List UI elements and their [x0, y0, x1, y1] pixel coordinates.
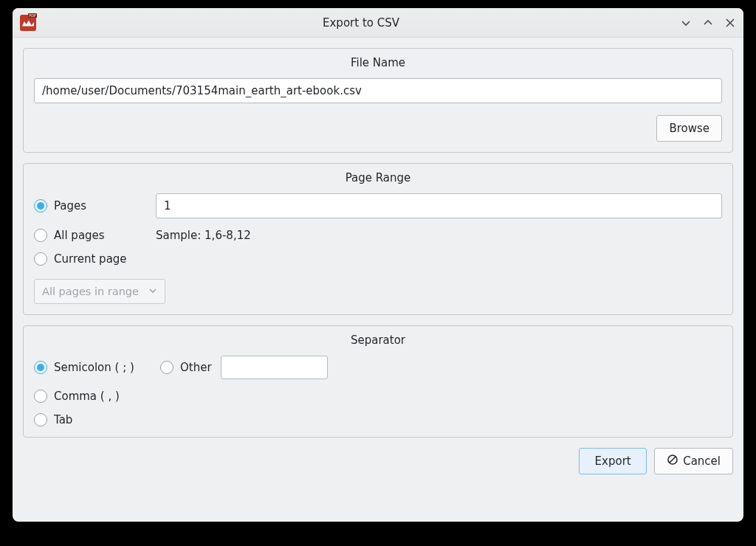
radio-dot-icon [34, 199, 47, 212]
app-icon: PDF [20, 15, 36, 31]
group-filename-legend: File Name [34, 49, 722, 78]
svg-line-3 [670, 457, 676, 463]
group-page-range: Page Range Pages All pages Sample: 1,6-8… [23, 163, 733, 315]
group-separator: Separator Semicolon ( ; ) Other Comma ( … [23, 325, 733, 438]
radio-dot-icon [160, 361, 173, 374]
radio-all-pages[interactable]: All pages [34, 229, 156, 242]
radio-other-label: Other [180, 361, 212, 374]
dialog-content: File Name Browse Page Range Pages All pa… [13, 38, 743, 522]
window-controls [680, 17, 736, 29]
export-button[interactable]: Export [579, 448, 647, 474]
radio-comma-label: Comma ( , ) [54, 390, 120, 403]
titlebar[interactable]: PDF Export to CSV [13, 8, 743, 38]
dialog-footer: Export Cancel [23, 448, 733, 474]
app-icon-badge: PDF [28, 13, 37, 18]
radio-dot-icon [34, 252, 47, 266]
group-page-range-legend: Page Range [34, 164, 722, 193]
radio-all-pages-label: All pages [54, 229, 105, 242]
other-separator-input[interactable] [221, 356, 328, 379]
radio-semicolon-label: Semicolon ( ; ) [54, 361, 134, 374]
window-title: Export to CSV [42, 16, 680, 30]
cancel-button[interactable]: Cancel [654, 448, 733, 474]
radio-other[interactable]: Other [160, 361, 212, 374]
chevron-down-icon [148, 286, 157, 297]
group-separator-legend: Separator [34, 326, 722, 356]
radio-dot-icon [34, 413, 47, 426]
radio-current-page[interactable]: Current page [34, 252, 156, 266]
cancel-button-label: Cancel [683, 455, 721, 468]
minimize-icon[interactable] [680, 17, 692, 29]
cancel-icon [667, 454, 678, 469]
radio-tab-label: Tab [54, 413, 72, 426]
close-icon[interactable] [724, 17, 736, 29]
pages-sample-hint: Sample: 1,6-8,12 [156, 229, 722, 242]
group-filename: File Name Browse [23, 48, 733, 153]
radio-dot-icon [34, 229, 47, 242]
radio-current-page-label: Current page [54, 252, 127, 266]
radio-pages[interactable]: Pages [34, 199, 156, 212]
radio-semicolon[interactable]: Semicolon ( ; ) [34, 361, 156, 374]
radio-comma[interactable]: Comma ( , ) [34, 390, 156, 403]
browse-button[interactable]: Browse [656, 115, 722, 142]
radio-tab[interactable]: Tab [34, 413, 156, 426]
maximize-icon[interactable] [702, 17, 714, 29]
radio-dot-icon [34, 361, 47, 374]
dialog-window: PDF Export to CSV File Name Browse Pa [13, 8, 743, 522]
range-mode-combo-label: All pages in range [42, 286, 139, 297]
range-mode-combo[interactable]: All pages in range [34, 279, 165, 304]
filename-input[interactable] [34, 78, 722, 103]
radio-pages-label: Pages [54, 199, 86, 212]
radio-dot-icon [34, 390, 47, 403]
pages-input[interactable] [156, 193, 722, 218]
